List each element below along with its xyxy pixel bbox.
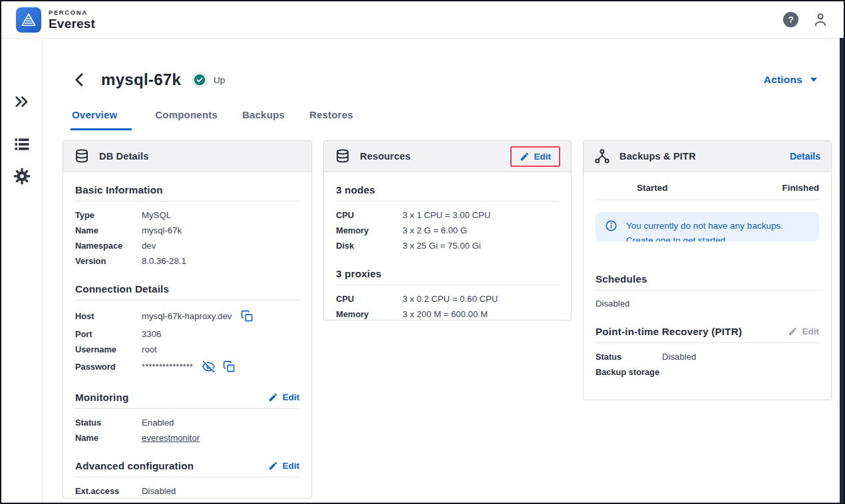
row-namespace: Namespacedev xyxy=(75,239,299,252)
edit-highlight-annotation: Edit xyxy=(510,146,561,167)
row-nodes-disk: Disk3 x 25 Gi = 75.00 Gi xyxy=(336,239,559,252)
nodes-heading: 3 nodes xyxy=(336,184,375,195)
row-nodes-cpu: CPU3 x 1 CPU = 3.00 CPU xyxy=(336,208,559,221)
page-header: mysql-67k Up Actions xyxy=(71,65,817,94)
show-password-icon[interactable] xyxy=(202,360,215,373)
resources-card-header: Resources Edit xyxy=(324,141,571,172)
scrollbar-right[interactable] xyxy=(840,38,844,503)
row-pitr-status: StatusDisabled xyxy=(595,350,819,363)
row-name: Namemysql-67k xyxy=(75,223,299,237)
copy-password-icon[interactable] xyxy=(223,360,236,373)
pencil-icon xyxy=(520,152,530,162)
branch-icon xyxy=(594,148,610,164)
monitor-name-link[interactable]: everestmonitor xyxy=(142,433,200,443)
db-details-card-header: DB Details xyxy=(63,141,311,172)
schedules-value: Disabled xyxy=(595,299,819,309)
schedules-heading: Schedules xyxy=(595,273,647,285)
back-chevron-icon xyxy=(71,70,89,89)
app-window: PERCONA Everest ? xyxy=(0,0,845,504)
tab-overview[interactable]: Overview xyxy=(71,108,132,130)
monitoring-heading: Monitoring xyxy=(75,392,128,403)
no-backups-alert-text: You currently do not have any backups. C… xyxy=(626,219,810,241)
back-button[interactable] xyxy=(71,70,89,89)
monitoring-rows: StatusEnabled Nameeverestmonitor xyxy=(75,416,299,444)
advanced-configuration-edit-button[interactable]: Edit xyxy=(268,461,300,471)
row-password: Password *************** xyxy=(75,358,299,376)
brand: PERCONA Everest xyxy=(16,7,95,33)
sidebar-item-settings[interactable] xyxy=(13,167,31,186)
advanced-configuration-heading: Advanced configuration xyxy=(75,460,194,471)
row-monitoring-status: StatusEnabled xyxy=(75,416,299,429)
pitr-section-header: Point-in-time Recovery (PITR) Edit xyxy=(595,326,819,343)
basic-information-rows: TypeMySQL Namemysql-67k Namespacedev Ver… xyxy=(75,208,299,267)
backups-card-title: Backups & PITR xyxy=(619,151,696,162)
sidebar-expand-button[interactable] xyxy=(13,92,31,111)
check-circle-icon xyxy=(192,72,208,88)
connection-details-rows: Host mysql-67k-haproxy.dev Port3306 User… xyxy=(75,307,299,376)
pitr-heading: Point-in-time Recovery (PITR) xyxy=(595,326,742,337)
row-monitoring-name: Nameeverestmonitor xyxy=(75,431,299,444)
row-ext-access: Ext.accessDisabled xyxy=(75,484,299,497)
help-icon[interactable]: ? xyxy=(783,12,798,27)
database-icon xyxy=(74,148,90,164)
resources-card: Resources Edit 3 nodes CPU3 x 1 CPU = 3.… xyxy=(323,140,572,320)
advanced-configuration-section-header: Advanced configuration Edit xyxy=(75,460,299,477)
caret-down-icon xyxy=(810,78,817,82)
resources-card-title: Resources xyxy=(360,151,411,162)
nodes-section-header: 3 nodes xyxy=(336,184,559,201)
pitr-edit-button[interactable]: Edit xyxy=(788,326,820,336)
sidebar-item-databases[interactable] xyxy=(13,135,31,154)
row-host: Host mysql-67k-haproxy.dev xyxy=(75,307,299,325)
database-list-icon xyxy=(13,135,31,154)
row-username: Usernameroot xyxy=(75,342,299,356)
nodes-rows: CPU3 x 1 CPU = 3.00 CPU Memory3 x 2 G = … xyxy=(336,208,559,252)
proxies-rows: CPU3 x 0.2 CPU = 0.60 CPU Memory3 x 200 … xyxy=(336,292,559,320)
database-icon xyxy=(335,148,351,164)
tab-restores[interactable]: Restores xyxy=(308,108,355,130)
copy-host-icon[interactable] xyxy=(241,310,254,322)
gear-icon xyxy=(13,167,31,186)
pencil-icon xyxy=(268,392,278,402)
db-details-card-title: DB Details xyxy=(99,151,149,162)
schedules-section-header: Schedules xyxy=(595,273,819,291)
monitoring-section-header: Monitoring Edit xyxy=(75,392,299,409)
brand-everest-label: Everest xyxy=(49,17,95,30)
row-version: Version8.0.36-28.1 xyxy=(75,254,299,267)
brand-percona-label: PERCONA xyxy=(49,9,95,16)
column-finished: Finished xyxy=(782,183,819,193)
tab-bar: Overview Components Backups Restores xyxy=(71,108,355,130)
pencil-icon xyxy=(788,326,798,336)
row-pitr-backup-storage: Backup storage xyxy=(595,365,819,378)
backups-details-link[interactable]: Details xyxy=(790,151,820,162)
user-icon[interactable] xyxy=(812,11,829,29)
topbar-actions: ? xyxy=(783,11,829,29)
resources-edit-button[interactable]: Edit xyxy=(520,152,552,162)
monitoring-edit-button[interactable]: Edit xyxy=(268,392,300,402)
info-icon xyxy=(605,219,617,232)
tab-components[interactable]: Components xyxy=(154,108,219,130)
actions-button[interactable]: Actions xyxy=(764,74,817,86)
pitr-rows: StatusDisabled Backup storage xyxy=(595,350,819,378)
page-title: mysql-67k xyxy=(101,70,181,89)
actions-label: Actions xyxy=(764,74,802,86)
backups-table-header: Started Finished xyxy=(595,172,819,200)
basic-information-heading: Basic Information xyxy=(75,184,163,195)
tab-backups[interactable]: Backups xyxy=(241,108,286,130)
connection-details-heading: Connection Details xyxy=(75,283,169,295)
advanced-configuration-rows: Ext.accessDisabled ParametersEnabled xyxy=(75,484,299,499)
row-port: Port3306 xyxy=(75,327,299,340)
proxies-heading: 3 proxies xyxy=(336,268,382,279)
connection-details-section-header: Connection Details xyxy=(75,283,299,301)
row-proxies-memory: Memory3 x 200 M = 600.00 M xyxy=(336,307,559,320)
no-backups-alert: You currently do not have any backups. C… xyxy=(595,212,819,241)
brand-text: PERCONA Everest xyxy=(49,9,95,30)
proxies-section-header: 3 proxies xyxy=(336,268,559,285)
top-bar: PERCONA Everest ? xyxy=(1,1,844,39)
row-nodes-memory: Memory3 x 2 G = 6.00 G xyxy=(336,223,559,237)
db-details-card: DB Details Basic Information TypeMySQL N… xyxy=(63,140,312,499)
column-started: Started xyxy=(637,183,668,193)
basic-information-section-header: Basic Information xyxy=(75,184,299,201)
status-badge: Up xyxy=(192,72,225,88)
row-type: TypeMySQL xyxy=(75,208,299,221)
percona-logo-icon xyxy=(16,7,41,33)
